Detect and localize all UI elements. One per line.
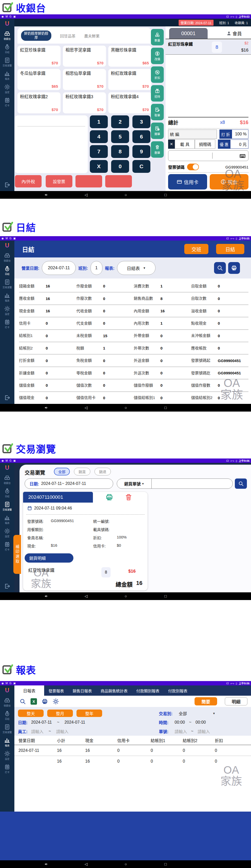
sales-detail-tab[interactable]: 銷貨明細 (25, 553, 74, 563)
sidebar-item-report[interactable]: 報表 (0, 515, 15, 525)
logout-button[interactable] (4, 583, 10, 590)
category-tab-active[interactable]: 鮮奶醇厚鮮奶醇厚 (21, 31, 51, 40)
action-button[interactable]: 刪單 (151, 141, 164, 158)
product-card[interactable]: 粉紅玫瑰拿鐵4 $70 (108, 92, 151, 113)
home-icon[interactable]: ○ (124, 862, 128, 866)
gear-icon[interactable] (53, 698, 59, 705)
sidebar-item-punch[interactable]: 打卡 (0, 541, 15, 551)
product-card[interactable]: 相思仙草拿鐵 $70 (63, 69, 106, 90)
txn-type-value[interactable]: 全部 (178, 710, 187, 716)
search-icon[interactable] (20, 698, 26, 705)
volume-icon[interactable] (44, 193, 48, 197)
whole-month-button[interactable]: 整月 (47, 710, 73, 717)
report-table-row[interactable]: 2024-07-11 16 16 0 0 0 0 (15, 745, 251, 756)
sidebar-item-report[interactable]: 報表 (0, 292, 15, 302)
order-note-box[interactable] (15, 115, 88, 173)
whole-day-button[interactable]: 整天 (18, 710, 44, 717)
product-card[interactable]: 冬瓜仙草拿鐵 $65 (18, 69, 61, 90)
employee-to[interactable]: 請輸入 (56, 728, 68, 735)
sidebar-item-settings[interactable]: 設定 (0, 750, 15, 761)
sidebar-item-settings[interactable]: 設定 (0, 84, 15, 94)
doc-no-from[interactable]: 請輸入 (174, 728, 187, 735)
time-from[interactable]: 00:00 (174, 720, 185, 725)
tab-daily-report[interactable]: 日報表 (15, 685, 44, 696)
whole-year-button[interactable]: 整年 (77, 710, 102, 717)
brief-mode-button[interactable]: 簡要 (195, 697, 217, 706)
reprint-select-tab[interactable]: 補印選取 (13, 535, 21, 574)
donation-code-button[interactable]: 捐贈碼 (195, 140, 215, 149)
barcode-input[interactable] (168, 150, 248, 161)
logout-button[interactable] (4, 395, 10, 402)
member-button[interactable]: 會員 (226, 30, 242, 39)
blank-button-2[interactable] (105, 175, 132, 187)
business-date-chip[interactable]: 營業日期: 2024-07-11 (178, 20, 214, 26)
invoice-toggle[interactable] (187, 164, 199, 170)
sidebar-item-browse[interactable]: 交易瀏覽 (0, 501, 15, 511)
keypad-key[interactable]: 3 (133, 115, 150, 128)
filter-pill-all[interactable]: 全部 (54, 468, 70, 475)
recents-icon[interactable]: □ (164, 193, 168, 197)
delete-receipt-icon[interactable] (124, 493, 133, 501)
recents-icon[interactable]: □ (164, 406, 168, 410)
invoice-setup-button[interactable]: 設發票 (46, 175, 73, 187)
order-item-row[interactable]: 紅豆珍珠拿鐵 8 $2 $16 (166, 40, 251, 55)
action-button[interactable]: 開單 (151, 123, 164, 139)
product-card[interactable]: 粉紅玫瑰拿鐵2 $70 (18, 92, 61, 113)
tab-product-sales-report[interactable]: 商品銷售統計表 (96, 685, 132, 696)
tab-payment-category-report[interactable]: 付款類別報表 (132, 685, 164, 696)
keypad-key[interactable]: 6 (133, 130, 150, 143)
doc-search-box[interactable]: 銷貨單號 ▼ (117, 478, 233, 489)
keypad-key[interactable]: 7 (90, 145, 108, 158)
sidebar-item-pos[interactable]: 收銀台 (0, 31, 15, 40)
excel-export-icon[interactable]: X (31, 698, 37, 705)
date-range-input[interactable]: 日期: 2024-07-11~ 2024-07-11 (25, 478, 113, 489)
sidebar-item-punch[interactable]: 打卡 (0, 97, 15, 107)
carrier-button[interactable]: 載 具 (175, 140, 195, 149)
tab-invoice-report[interactable]: 發票報表 (44, 685, 68, 696)
filter-pill-sales[interactable]: 銷貨 (74, 468, 90, 475)
sidebar-item-settle[interactable]: 日結 (0, 44, 15, 54)
product-card[interactable]: 粉紅玫瑰拿鐵3 $70 (63, 92, 106, 113)
tab-payment-type-report[interactable]: 付款別報表 (164, 685, 192, 696)
date-from[interactable]: 2024-07-11 (31, 720, 52, 725)
keypad-key[interactable]: C (133, 160, 150, 173)
date-to[interactable]: 2024-07-11 (64, 720, 85, 725)
action-button[interactable]: 數量 (151, 29, 164, 45)
action-button[interactable]: 取單 (151, 104, 164, 120)
tax-id-input[interactable]: 統 編 (168, 129, 217, 139)
sidebar-item-browse[interactable]: 交易瀏覽 (0, 57, 15, 67)
volume-icon[interactable] (44, 862, 48, 866)
keypad-key[interactable]: X (90, 160, 108, 173)
shift-input[interactable]: 1 (91, 261, 103, 275)
search-button[interactable] (214, 262, 226, 274)
sidebar-item-settle[interactable]: 日結 (0, 488, 15, 498)
blank-button-1[interactable] (76, 175, 102, 187)
sidebar-item-report[interactable]: 報表 (0, 737, 15, 747)
pay-cash-button[interactable]: 現金 (210, 174, 249, 189)
tax-mode-button[interactable]: 內/外稅 (15, 175, 41, 187)
volume-icon[interactable] (44, 594, 48, 598)
search-button[interactable] (235, 478, 247, 489)
sidebar-item-pos[interactable]: 收銀台 (0, 475, 15, 485)
sidebar-item-settings[interactable]: 設定 (0, 528, 15, 538)
doc-type-select[interactable]: 銷貨單號 ▼ (117, 479, 152, 489)
sidebar-item-settle[interactable]: 日結 (0, 711, 15, 720)
employee-from[interactable]: 請輸入 (31, 728, 44, 735)
recents-icon[interactable]: □ (164, 594, 168, 598)
receipt-card[interactable]: 2024071100001 2024-07-11 09:04:46 發票號碼: … (23, 492, 147, 591)
product-card[interactable]: 紅豆珍珠拿鐵 $70 (18, 45, 61, 67)
back-icon[interactable]: ◁ (84, 594, 88, 598)
volume-icon[interactable] (44, 406, 48, 410)
sidebar-item-punch[interactable]: 打卡 (0, 764, 15, 774)
ticket-number-tab[interactable]: 00001 (169, 28, 207, 39)
doc-no-to[interactable]: 請輸入 (198, 728, 210, 735)
filter-pill-returns[interactable]: 銷退 (94, 468, 111, 475)
tab-sales-daily-report[interactable]: 銷售日報表 (68, 685, 96, 696)
keypad-key[interactable]: 9 (133, 145, 150, 158)
sidebar-item-browse[interactable]: 交易瀏覽 (0, 279, 15, 289)
daily-settle-button[interactable]: 日結 (216, 244, 244, 254)
sidebar-item-punch[interactable]: 打卡 (0, 319, 15, 329)
category-tab[interactable]: 回甘品茶 (60, 33, 76, 38)
product-card[interactable]: 相思芋泥拿鐵 $70 (63, 45, 106, 67)
sidebar-item-pos[interactable]: 收銀台 (0, 697, 15, 707)
